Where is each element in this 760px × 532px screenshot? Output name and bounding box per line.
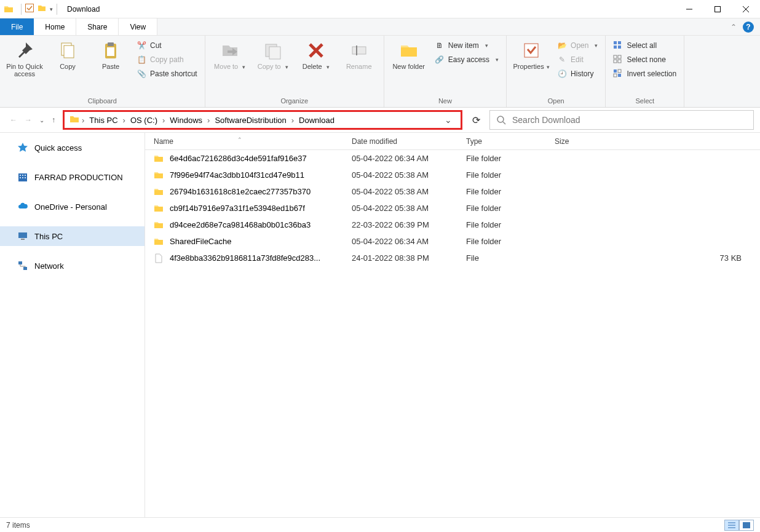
svg-rect-11 <box>269 47 280 59</box>
svg-rect-16 <box>524 44 538 57</box>
file-type: File folder <box>457 187 546 196</box>
paste-shortcut-button[interactable]: 📎Paste shortcut <box>134 68 200 80</box>
address-folder-icon <box>69 114 79 126</box>
svg-rect-25 <box>614 69 617 73</box>
history-button[interactable]: 🕘History <box>555 68 600 80</box>
file-name: 26794b1631618c81e2caec277357b370 <box>170 187 311 196</box>
tab-home[interactable]: Home <box>34 18 76 35</box>
file-date: 05-04-2022 05:38 AM <box>343 187 457 196</box>
select-all-button[interactable]: Select all <box>611 39 679 52</box>
svg-rect-45 <box>743 522 750 528</box>
file-date: 05-04-2022 05:38 AM <box>343 170 457 180</box>
svg-rect-34 <box>25 175 26 176</box>
refresh-button[interactable]: ⟳ <box>466 110 486 130</box>
sidebar-quick-access[interactable]: Quick access <box>0 138 144 157</box>
file-type: File folder <box>457 154 546 163</box>
maximize-button[interactable] <box>703 0 732 18</box>
minimize-button[interactable] <box>675 0 703 18</box>
file-row[interactable]: d94cee2d68e7ca981468ab0b01c36ba322-03-20… <box>145 216 760 233</box>
sidebar-network[interactable]: Network <box>0 256 144 276</box>
copy-button[interactable]: Copy <box>48 38 87 70</box>
column-headers: Name⌃ Date modified Type Size <box>145 133 760 150</box>
col-size[interactable]: Size <box>546 137 760 146</box>
svg-rect-14 <box>352 47 366 54</box>
tab-file[interactable]: File <box>0 18 34 35</box>
pin-to-quick-access-button[interactable]: Pin to Quick access <box>5 38 44 77</box>
move-to-button[interactable]: Move to ▾ <box>210 38 250 70</box>
file-row[interactable]: cb9f14b7916e97a31f1e53948ed1b67f05-04-20… <box>145 200 760 216</box>
cut-button[interactable]: ✂️Cut <box>134 39 200 52</box>
copy-label: Copy <box>60 63 76 70</box>
forward-button[interactable]: → <box>25 116 32 124</box>
crumb-os-c[interactable]: OS (C:) <box>128 116 160 125</box>
edit-button[interactable]: ✎Edit <box>555 54 600 66</box>
sidebar-onedrive[interactable]: OneDrive - Personal <box>0 197 144 216</box>
folder-icon <box>154 187 164 197</box>
back-button[interactable]: ← <box>10 116 17 124</box>
copy-to-button[interactable]: Copy to ▾ <box>253 38 293 70</box>
file-row[interactable]: 26794b1631618c81e2caec277357b37005-04-20… <box>145 183 760 200</box>
view-toggle <box>724 520 754 531</box>
file-name: SharedFileCache <box>170 237 231 246</box>
tabs-row: File Home Share View ⌃ ? <box>0 18 760 36</box>
group-open: Properties▾ 📂Open▾ ✎Edit 🕘History Open <box>507 36 606 107</box>
copy-path-button[interactable]: 📋Copy path <box>134 54 200 66</box>
file-date: 22-03-2022 06:39 PM <box>343 220 457 229</box>
qat-folder-icon[interactable] <box>38 4 46 14</box>
svg-rect-35 <box>20 177 21 178</box>
group-new-label: New <box>389 96 501 106</box>
qat-checkbox-icon[interactable] <box>25 4 34 14</box>
file-list: Name⌃ Date modified Type Size 6e4d6ac721… <box>145 133 760 517</box>
monitor-icon <box>17 231 28 242</box>
svg-rect-32 <box>20 175 21 176</box>
crumb-download[interactable]: Download <box>296 116 337 125</box>
network-icon <box>17 260 28 271</box>
folder-icon <box>154 204 164 213</box>
crumb-windows[interactable]: Windows <box>167 116 205 125</box>
col-name[interactable]: Name⌃ <box>145 137 343 146</box>
paste-button[interactable]: Paste <box>91 38 130 70</box>
file-row[interactable]: 4f3e8bba3362b9186811a73fd8fe9cd283...24-… <box>145 250 760 266</box>
folder-icon <box>154 170 164 180</box>
svg-rect-28 <box>618 74 621 77</box>
svg-rect-33 <box>22 175 23 176</box>
file-row[interactable]: 7f996e94f74ac3dbb104f31cd47e9b1105-04-20… <box>145 167 760 183</box>
sidebar-this-pc[interactable]: This PC <box>0 226 144 246</box>
qat-dropdown-icon[interactable]: ▾ <box>50 6 53 12</box>
select-none-button[interactable]: Select none <box>611 54 679 66</box>
up-button[interactable]: ↑ <box>52 116 55 124</box>
properties-button[interactable]: Properties▾ <box>512 38 551 70</box>
star-icon <box>17 142 28 153</box>
help-icon[interactable]: ? <box>743 22 754 33</box>
details-view-button[interactable] <box>724 520 739 531</box>
invert-selection-button[interactable]: Invert selection <box>611 68 679 80</box>
delete-button[interactable]: Delete ▾ <box>296 38 336 70</box>
col-type[interactable]: Type <box>457 137 546 146</box>
recent-locations-button[interactable]: ⌄ <box>39 117 44 124</box>
address-history-dropdown[interactable]: ⌄ <box>441 115 456 125</box>
sidebar-farrad[interactable]: FARRAD PRODUCTION <box>0 167 144 187</box>
new-folder-button[interactable]: New folder <box>389 38 429 70</box>
tab-share[interactable]: Share <box>76 18 119 35</box>
collapse-ribbon-icon[interactable]: ⌃ <box>730 23 737 31</box>
file-row[interactable]: SharedFileCache05-04-2022 06:34 AMFile f… <box>145 233 760 250</box>
crumb-this-pc[interactable]: This PC <box>87 116 120 125</box>
new-item-button[interactable]: 🗎New item▾ <box>432 39 501 52</box>
search-box[interactable]: Search Download <box>489 110 754 130</box>
search-placeholder: Search Download <box>512 115 580 125</box>
file-row[interactable]: 6e4d6ac7216286d3c4de591faf916e3705-04-20… <box>145 150 760 167</box>
tab-view[interactable]: View <box>119 18 157 35</box>
large-icons-view-button[interactable] <box>739 520 754 531</box>
crumb-softwaredistribution[interactable]: SoftwareDistribution <box>212 116 288 125</box>
group-new: New folder 🗎New item▾ 🔗Easy access▾ New <box>384 36 507 107</box>
rename-button[interactable]: Rename <box>339 38 379 70</box>
file-name: d94cee2d68e7ca981468ab0b01c36ba3 <box>170 220 311 229</box>
svg-rect-0 <box>26 4 34 12</box>
address-bar[interactable]: › This PC › OS (C:) › Windows › Software… <box>63 110 462 130</box>
easy-access-button[interactable]: 🔗Easy access▾ <box>432 54 501 66</box>
file-type: File folder <box>457 220 546 229</box>
open-button[interactable]: 📂Open▾ <box>555 39 600 52</box>
close-button[interactable] <box>732 0 760 18</box>
window-controls <box>675 0 760 18</box>
col-date[interactable]: Date modified <box>343 137 457 146</box>
